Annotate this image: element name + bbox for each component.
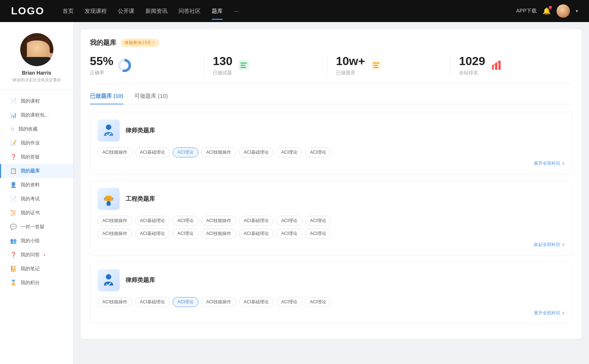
stat-rank: 1029 全站排名 xyxy=(450,54,573,76)
tag-eng2-5[interactable]: ACI理论 xyxy=(276,229,302,239)
bank-name-lawyer-2: 律师类题库 xyxy=(126,276,155,284)
tag-lawyer2-6[interactable]: ACI理论 xyxy=(305,297,331,307)
nav-questionbank[interactable]: 题库 xyxy=(212,6,223,16)
svg-rect-2 xyxy=(240,65,246,66)
nav-more[interactable]: ··· xyxy=(234,6,239,16)
tag-eng2-6[interactable]: ACI理论 xyxy=(305,229,331,239)
sidebar-item-my-favorites[interactable]: ☆ 我的收藏 xyxy=(0,122,73,136)
sidebar-item-my-homework[interactable]: 📝 我的作业 xyxy=(0,136,73,150)
lawyer-bank-icon-1 xyxy=(98,119,120,142)
bank-collapse-engineer[interactable]: 收起全部科目 ∧ xyxy=(98,242,565,248)
points-icon: 🏅 xyxy=(10,279,17,286)
svg-rect-7 xyxy=(373,67,379,68)
main-layout: Brian Harris 错误的决定比没有决定要好 📄 我的课程 📊 我的课程包… xyxy=(0,22,589,364)
tag-lawyer2-0[interactable]: ACI技能操作 xyxy=(98,297,132,307)
sidebar-item-my-exams[interactable]: 📄 我的考试 xyxy=(0,192,73,206)
tag-eng-4[interactable]: ACI基础理论 xyxy=(239,216,274,226)
lawyer-icon-svg-2 xyxy=(101,273,116,288)
tag-lawyer2-5[interactable]: ACI理论 xyxy=(276,297,302,307)
tag-eng-3[interactable]: ACI技能操作 xyxy=(201,216,236,226)
sidebar-item-my-group[interactable]: 👥 我的小组 xyxy=(0,234,73,248)
sidebar-item-my-profile[interactable]: 👤 我的资料 xyxy=(0,178,73,192)
sidebar-item-my-questionbank[interactable]: 📋 我的题库 xyxy=(0,164,73,178)
tag-eng2-0[interactable]: ACI技能操作 xyxy=(98,229,132,239)
sidebar-item-my-notes[interactable]: 📔 我的笔记 xyxy=(0,262,73,276)
bank-card-engineer: 工程类题库 ACI技能操作 ACI基础理论 ACI理论 ACI技能操作 ACI基… xyxy=(90,180,573,256)
svg-rect-9 xyxy=(495,63,497,70)
nav-news[interactable]: 新闻资讯 xyxy=(145,6,167,16)
questions-dot: ● xyxy=(43,253,45,257)
tag-lawyer2-3[interactable]: ACI技能操作 xyxy=(201,297,236,307)
lawyer-bank-icon-2 xyxy=(98,269,120,291)
tag-eng2-2[interactable]: ACI理论 xyxy=(173,229,198,239)
svg-rect-5 xyxy=(373,63,380,64)
tag-eng2-4[interactable]: ACI基础理论 xyxy=(239,229,274,239)
tag-lawyer-1-0[interactable]: ACI技能操作 xyxy=(98,147,132,157)
tag-lawyer-1-2[interactable]: ACI理论 xyxy=(173,147,198,157)
tag-lawyer-1-3[interactable]: ACI技能操作 xyxy=(201,147,236,157)
notification-bell[interactable]: 🔔 xyxy=(543,7,551,15)
avatar-image xyxy=(557,4,570,18)
nav-discover[interactable]: 发现课程 xyxy=(85,6,107,16)
sidebar-item-my-points[interactable]: 🏅 我的积分 xyxy=(0,276,73,290)
bank-expand-lawyer-2[interactable]: 展开全部科目 ∨ xyxy=(98,310,565,316)
nav-open-course[interactable]: 公开课 xyxy=(118,6,134,16)
tag-eng-6[interactable]: ACI理论 xyxy=(305,216,331,226)
user-dropdown-arrow[interactable]: ▾ xyxy=(576,8,578,14)
tag-lawyer-1-6[interactable]: ACI理论 xyxy=(305,147,331,157)
tag-lawyer-1-1[interactable]: ACI基础理论 xyxy=(135,147,170,157)
bank-expand-lawyer-1[interactable]: 展开全部科目 ∨ xyxy=(98,160,565,167)
bank-card-lawyer-1: 律师类题库 ACI技能操作 ACI基础理论 ACI理论 ACI技能操作 ACI基… xyxy=(90,112,573,174)
user-avatar-nav[interactable] xyxy=(557,4,570,18)
svg-point-15 xyxy=(106,125,112,130)
sidebar-user-motto: 错误的决定比没有决定要好 xyxy=(7,77,66,83)
bank-card-lawyer-2: 律师类题库 ACI技能操作 ACI基础理论 ACI理论 ACI技能操作 ACI基… xyxy=(90,261,573,324)
page-header: 我的题库 体验剩余23天！ xyxy=(90,38,573,47)
accuracy-pie-icon xyxy=(118,59,131,72)
tag-lawyer2-2[interactable]: ACI理论 xyxy=(173,297,198,307)
main-content: 我的题库 体验剩余23天！ 55% 正确率 xyxy=(74,22,589,364)
tag-eng2-1[interactable]: ACI基础理论 xyxy=(135,229,170,239)
tag-eng-0[interactable]: ACI技能操作 xyxy=(98,216,132,226)
trial-badge: 体验剩余23天！ xyxy=(121,39,159,47)
tag-lawyer2-1[interactable]: ACI基础理论 xyxy=(135,297,170,307)
sidebar-item-my-packages[interactable]: 📊 我的课程包... xyxy=(0,108,73,122)
one-on-one-icon: 💬 xyxy=(10,224,17,230)
bank-name-engineer: 工程类题库 xyxy=(126,195,155,203)
sidebar-item-my-questions[interactable]: ❓ 我的问答● xyxy=(0,248,73,262)
bank-tags-engineer-row2: ACI技能操作 ACI基础理论 ACI理论 ACI技能操作 ACI基础理论 AC… xyxy=(98,229,565,239)
bank-tags-lawyer-1: ACI技能操作 ACI基础理论 ACI理论 ACI技能操作 ACI基础理论 AC… xyxy=(98,147,565,157)
stat-done-banks: 10w+ 已做题库 xyxy=(327,54,450,76)
tag-eng-5[interactable]: ACI理论 xyxy=(276,216,302,226)
sidebar-item-label: 我的笔记 xyxy=(21,265,40,272)
tag-lawyer-1-5[interactable]: ACI理论 xyxy=(276,147,302,157)
question-bank-card: 我的题库 体验剩余23天！ 55% 正确率 xyxy=(81,29,582,339)
sidebar-item-label: 我的资料 xyxy=(21,182,40,188)
nav-qa[interactable]: 问答社区 xyxy=(179,6,201,16)
notes-icon: 📔 xyxy=(10,265,17,272)
tag-eng-2[interactable]: ACI理论 xyxy=(173,216,198,226)
tag-lawyer-1-4[interactable]: ACI基础理论 xyxy=(239,147,274,157)
stat-number-done-banks: 10w+ 已做题库 xyxy=(336,54,365,76)
avatar-face xyxy=(20,33,53,66)
homework-icon: 📝 xyxy=(10,140,17,146)
tag-eng2-3[interactable]: ACI技能操作 xyxy=(201,229,236,239)
stat-done-questions: 130 已做试题 xyxy=(204,54,327,76)
certificates-icon: 📜 xyxy=(10,210,17,216)
sidebar-item-my-courses[interactable]: 📄 我的课程 xyxy=(0,94,73,108)
app-download-link[interactable]: APP下载 xyxy=(516,8,537,14)
svg-rect-20 xyxy=(107,203,111,206)
pie-chart xyxy=(118,59,131,72)
tab-available-banks[interactable]: 可做题库 (10) xyxy=(134,93,168,104)
logo: LOGO xyxy=(11,5,44,17)
tab-done-banks[interactable]: 已做题库 (10) xyxy=(90,93,123,104)
tag-lawyer2-4[interactable]: ACI基础理论 xyxy=(239,297,274,307)
sidebar-item-one-on-one[interactable]: 💬 一对一答疑 xyxy=(0,220,73,234)
nav-home[interactable]: 首页 xyxy=(63,6,74,16)
sidebar-item-my-qa[interactable]: ❓ 我的答疑 xyxy=(0,150,73,164)
svg-point-12 xyxy=(495,63,497,64)
sidebar-item-my-certificates[interactable]: 📜 我的证书 xyxy=(0,206,73,220)
list-green-svg xyxy=(238,60,250,71)
tag-eng-1[interactable]: ACI基础理论 xyxy=(135,216,170,226)
sidebar-item-label: 我的积分 xyxy=(21,279,40,286)
